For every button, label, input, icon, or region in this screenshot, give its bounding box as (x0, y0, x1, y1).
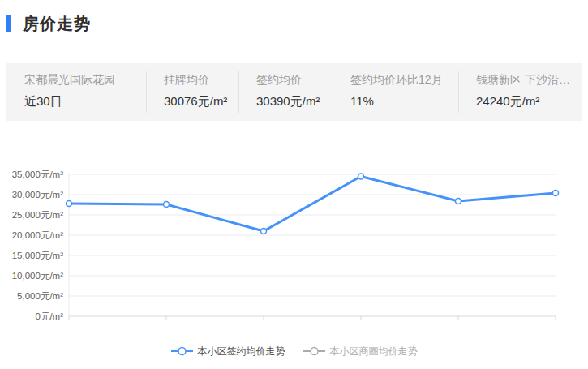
svg-text:0元/m²: 0元/m² (36, 311, 64, 321)
svg-text:15,000元/m²: 15,000元/m² (12, 251, 63, 260)
price-trend-chart: 0元/m²5,000元/m²10,000元/m²15,000元/m²20,000… (0, 146, 588, 337)
chart-legend: 本小区签约均价走势 本小区商圈均价走势 (0, 345, 588, 358)
stat-label: 挂牌均价 (164, 73, 234, 88)
stat-label: 签约均价环比12月 (350, 73, 453, 88)
legend-item-contract-series[interactable]: 本小区签约均价走势 (171, 345, 285, 358)
line-series-icon (171, 346, 193, 356)
svg-text:30,000元/m²: 30,000元/m² (12, 190, 63, 200)
stat-card-district-price: 钱塘新区 下沙沿江… 24240元/m² (458, 63, 582, 121)
page-header: 房价走势 (6, 11, 582, 36)
stat-card-contract-price: 签约均价 30390元/m² (238, 63, 333, 121)
stat-value: 11% (350, 94, 453, 108)
page-title: 房价走势 (23, 13, 91, 35)
stat-value: 24240元/m² (476, 94, 577, 109)
stat-label: 签约均价 (256, 73, 328, 88)
svg-text:20,000元/m²: 20,000元/m² (12, 230, 63, 240)
stat-label: 宋都晨光国际花园 (24, 73, 141, 88)
legend-label: 本小区签约均价走势 (198, 345, 285, 358)
stats-strip: 宋都晨光国际花园 近30日 挂牌均价 30076元/m² 签约均价 30390元… (6, 63, 582, 121)
chart-canvas: 0元/m²5,000元/m²10,000元/m²15,000元/m²20,000… (0, 146, 588, 337)
svg-text:35,000元/m²: 35,000元/m² (12, 169, 63, 179)
title-accent-bar (6, 15, 11, 32)
svg-text:10,000元/m²: 10,000元/m² (12, 271, 63, 281)
stat-value: 近30日 (24, 94, 141, 109)
stat-value: 30076元/m² (164, 94, 234, 109)
stat-label: 钱塘新区 下沙沿江… (476, 73, 577, 88)
svg-text:5,000元/m²: 5,000元/m² (17, 291, 63, 301)
svg-text:25,000元/m²: 25,000元/m² (12, 210, 63, 220)
stat-card-community: 宋都晨光国际花园 近30日 (6, 63, 146, 121)
legend-label: 本小区商圈均价走势 (330, 345, 418, 358)
stat-value: 30390元/m² (256, 94, 328, 109)
legend-item-district-series[interactable]: 本小区商圈均价走势 (303, 345, 418, 358)
line-series-icon (303, 346, 325, 356)
stat-card-listing-price: 挂牌均价 30076元/m² (146, 63, 238, 121)
stat-card-mom-change: 签约均价环比12月 11% (333, 63, 458, 121)
